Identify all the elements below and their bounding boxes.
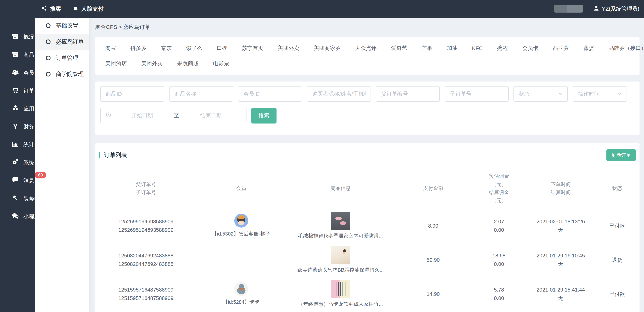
- platform-tab[interactable]: 美团商家券: [314, 44, 341, 52]
- platform-tab[interactable]: 淘宝: [105, 44, 116, 52]
- end-date-placeholder: 结束日期: [180, 112, 242, 119]
- product-image: [331, 212, 350, 230]
- circle-icon: [46, 23, 50, 28]
- product-title: 毛绒棉拖鞋秋冬季居家室内可爱防滑...: [298, 232, 383, 240]
- submenu-item-basic-settings[interactable]: 基础设置: [35, 17, 89, 34]
- operation-time-select[interactable]: 操作时间: [572, 86, 627, 102]
- message-count-badge: 60: [35, 172, 46, 178]
- platform-tab[interactable]: 美团酒店: [105, 60, 127, 67]
- platform-tab[interactable]: 美团外卖: [278, 44, 299, 52]
- col-member: 会员: [193, 184, 290, 192]
- order-time: 2021-02-01 18:13:26 无: [523, 217, 598, 234]
- platform-tab[interactable]: 电影票: [213, 60, 229, 67]
- platform-tab[interactable]: 美团外卖: [141, 60, 163, 67]
- side-menu: 概况 商品 会员 订单 应用 ¥ 财务 统计 系统 消息60 装修DIY 小程序: [0, 28, 35, 225]
- platform-tab[interactable]: 饿了么: [186, 44, 202, 52]
- platform-tab[interactable]: 加油: [447, 44, 458, 52]
- buyer-input[interactable]: [307, 86, 371, 102]
- product-id-input[interactable]: [100, 86, 164, 102]
- product-image: [331, 280, 350, 298]
- product-image: [331, 246, 350, 264]
- platform-tabs-row-1: 淘宝 拼多多 京东 饿了么 口碑 苏宁首页 美团外卖 美团商家券 大众点评 爱奇…: [105, 41, 630, 56]
- breadcrumb[interactable]: 聚合CPS > 必应鸟订单: [95, 17, 640, 37]
- sidebar-item-decorate-diy[interactable]: 装修DIY: [0, 189, 35, 207]
- sidebar-item-messages[interactable]: 消息60: [0, 172, 35, 189]
- topnav-item-face-pay[interactable]: 人脸支付: [72, 5, 104, 13]
- member-name: 【id:5284】卡卡: [223, 298, 260, 306]
- sidebar-item-apps[interactable]: 应用: [0, 100, 35, 118]
- submenu-item-academy-management[interactable]: 商学院管理: [35, 66, 89, 82]
- platform-tab[interactable]: 会员卡: [522, 44, 538, 52]
- platform-tab[interactable]: 芒果: [422, 44, 432, 52]
- users-icon: [12, 69, 19, 77]
- platform-tab[interactable]: 携程: [497, 44, 508, 52]
- user-menu[interactable]: YZ(系统管理员): [593, 5, 639, 13]
- sidebar-item-overview[interactable]: 概况: [0, 28, 35, 46]
- sidebar-item-members[interactable]: 会员: [0, 64, 35, 82]
- platform-tab[interactable]: 薇姿: [584, 44, 594, 52]
- clock-icon: [105, 112, 112, 119]
- order-numbers: 1251595716487588909 1251595716487588909: [99, 286, 193, 303]
- comment-icon: [12, 176, 19, 185]
- yen-icon: ¥: [12, 123, 19, 131]
- submenu-item-order-management[interactable]: 订单管理: [35, 50, 89, 66]
- platform-tab[interactable]: 品牌券（接口）: [608, 44, 644, 52]
- submenu-item-bingbird-orders[interactable]: 必应鸟订单: [35, 34, 89, 50]
- order-list-header: 订单列表 刷新订单: [99, 149, 636, 161]
- member-id-input[interactable]: [238, 86, 302, 102]
- platform-tab[interactable]: 大众点评: [355, 44, 377, 52]
- status-label: 已付款: [598, 290, 636, 298]
- pay-amount: 59.90: [392, 256, 475, 264]
- title-accent-bar: [99, 152, 100, 158]
- platform-tab[interactable]: 果蔬商超: [177, 60, 199, 67]
- gears-icon: [12, 158, 19, 167]
- box-icon: [12, 51, 19, 59]
- parent-order-no-input[interactable]: [376, 86, 440, 102]
- hammer-icon: [12, 194, 19, 203]
- platform-tab[interactable]: 品牌券: [553, 44, 569, 52]
- col-product: 商品信息: [290, 184, 392, 192]
- sub-order-no-input[interactable]: [444, 86, 508, 102]
- platform-tab[interactable]: 口碑: [217, 44, 228, 52]
- date-range-picker[interactable]: 开始日期 至 结束日期: [100, 108, 246, 123]
- user-icon: [593, 5, 600, 13]
- table-row: 1251595716487588909 1251595716487588909 …: [99, 277, 636, 311]
- chevron-down-icon: [557, 90, 564, 98]
- platform-tab[interactable]: 爱奇艺: [391, 44, 407, 52]
- search-button[interactable]: 搜索: [251, 108, 276, 124]
- member-avatar: [234, 214, 248, 228]
- member-avatar: [234, 282, 248, 296]
- sidebar-item-finance[interactable]: ¥ 财务: [0, 118, 35, 136]
- col-status: 状态: [598, 184, 636, 192]
- platform-tabs-card: 淘宝 拼多多 京东 饿了么 口碑 苏宁首页 美团外卖 美团商家券 大众点评 爱奇…: [95, 37, 640, 75]
- circle-icon: [46, 72, 50, 76]
- submenu: 基础设置 必应鸟订单 订单管理 商学院管理: [35, 17, 89, 312]
- platform-tab[interactable]: KFC: [472, 45, 483, 51]
- sidebar-item-system[interactable]: 系统: [0, 154, 35, 172]
- platform-tab[interactable]: 拼多多: [130, 44, 146, 52]
- platform-tabs-row-2: 美团酒店 美团外卖 果蔬商超 电影票: [105, 56, 630, 71]
- sidebar-item-mini-program[interactable]: 小程序: [0, 207, 35, 225]
- product-name-input[interactable]: [169, 86, 233, 102]
- table-header-row: 父订单号 子订单号 会员 商品信息 支付金额 预估佣金 （元） 结算佣金 （元）…: [99, 168, 636, 209]
- platform-tab[interactable]: 京东: [161, 44, 172, 52]
- sidebar-item-statistics[interactable]: 统计: [0, 136, 35, 154]
- order-time: 2021-01-29 15:41:44 无: [523, 286, 598, 303]
- start-date-placeholder: 开始日期: [112, 112, 173, 119]
- col-time: 下单时间 结算时间: [523, 180, 598, 197]
- status-select[interactable]: 状态: [514, 86, 568, 102]
- section-title: 订单列表: [99, 151, 127, 159]
- pay-amount: 14.90: [392, 290, 475, 298]
- table-row: 1250820447692483888 1250820447692483888 …: [99, 243, 636, 277]
- sidebar-item-products[interactable]: 商品: [0, 46, 35, 64]
- wechat-icon: [12, 212, 19, 221]
- refresh-orders-button[interactable]: 刷新订单: [606, 149, 636, 161]
- bar-chart-icon: [12, 140, 19, 149]
- filter-row: 状态 操作时间: [100, 86, 634, 102]
- status-label: 退货: [598, 256, 636, 264]
- platform-tab[interactable]: 苏宁首页: [242, 44, 264, 52]
- user-name: YZ(系统管理员): [602, 5, 639, 12]
- sidebar-item-orders[interactable]: 订单: [0, 82, 35, 100]
- topbar-right: YZ(系统管理员): [554, 0, 639, 17]
- topnav-item-tuike[interactable]: 推客: [41, 5, 61, 13]
